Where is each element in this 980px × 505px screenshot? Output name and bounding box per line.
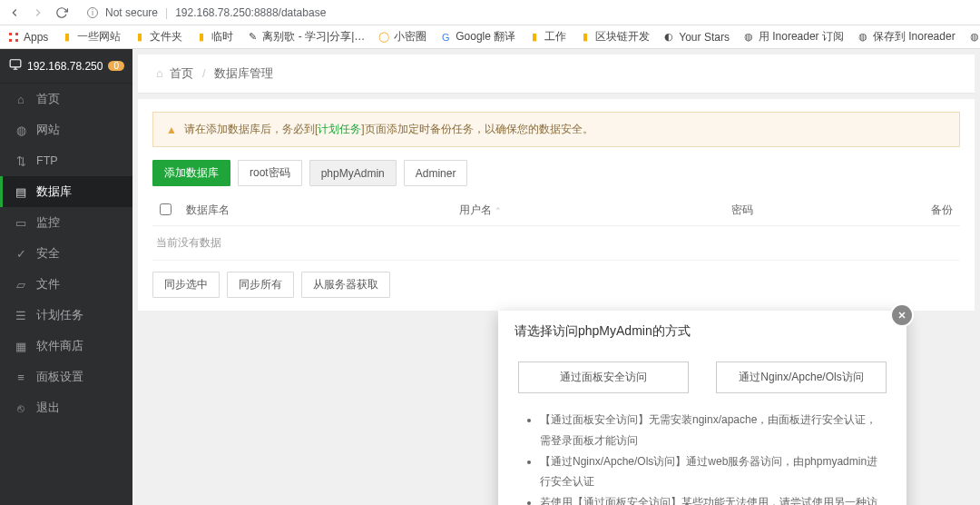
sidebar-item-label: 软件商店	[36, 339, 83, 354]
modal-tip: 【通过面板安全访问】无需安装nginx/apache，由面板进行安全认证，需登录…	[540, 410, 887, 451]
bookmark-item[interactable]: ▮工作	[528, 29, 566, 45]
sidebar-item-home[interactable]: ⌂首页	[0, 84, 132, 114]
nav-forward-icon[interactable]	[31, 5, 45, 20]
bookmark-label: 工作	[544, 29, 566, 45]
url-text[interactable]: 192.168.78.250:8888/database	[175, 6, 326, 19]
warning-icon: ▲	[166, 124, 177, 136]
exit-icon: ⎋	[15, 401, 27, 414]
phpmyadmin-button[interactable]: phpMyAdmin	[309, 160, 397, 186]
modal-title: 请选择访问phpMyAdmin的方式	[498, 311, 906, 352]
ftp-icon: ⇅	[15, 154, 27, 167]
modal-close-button[interactable]	[890, 303, 914, 327]
nav-back-icon[interactable]	[7, 5, 22, 20]
select-all-checkbox[interactable]	[160, 203, 172, 215]
toolbar: 添加数据库 root密码 phpMyAdmin Adminer	[152, 160, 960, 186]
th-user[interactable]: 用户名	[452, 195, 724, 226]
apps-grid-icon	[7, 31, 20, 44]
bookmark-label: 区块链开发	[595, 29, 650, 45]
root-password-button[interactable]: root密码	[238, 160, 302, 186]
globe-icon: ◍	[15, 124, 27, 136]
sync-toolbar: 同步选中 同步所有 从服务器获取	[152, 272, 960, 298]
bookmark-item[interactable]: ◯小密圈	[377, 29, 426, 45]
settings-icon: ≡	[15, 371, 27, 383]
sidebar-item-label: 文件	[36, 277, 60, 292]
globe-icon: ◍	[968, 31, 980, 44]
add-database-button[interactable]: 添加数据库	[152, 160, 230, 186]
breadcrumb-separator: /	[202, 66, 206, 80]
appstore-icon: ▦	[15, 340, 27, 352]
alert-link[interactable]: 计划任务	[318, 123, 361, 135]
bookmark-item[interactable]: GGoogle 翻译	[439, 29, 515, 45]
sync-all-button[interactable]: 同步所有	[227, 272, 294, 298]
sync-selected-button[interactable]: 同步选中	[152, 272, 220, 298]
sidebar-item-store[interactable]: ▦软件商店	[0, 331, 132, 361]
sidebar-item-settings[interactable]: ≡面板设置	[0, 361, 132, 392]
svg-rect-0	[10, 60, 21, 67]
modal-tip: 【通过Nginx/Apche/Ols访问】通过web服务器访问，由phpmyad…	[540, 451, 887, 493]
modal-tips: 【通过面板安全访问】无需安装nginx/apache，由面板进行安全认证，需登录…	[518, 410, 887, 505]
bookmark-item[interactable]: ◍用 Inoreader 订阅	[742, 29, 844, 45]
sidebar-item-label: FTP	[36, 154, 58, 167]
sidebar-item-label: 监控	[36, 215, 60, 231]
folder-icon: ▮	[579, 31, 592, 44]
github-icon: ◐	[662, 31, 675, 44]
sidebar-item-security[interactable]: ✓安全	[0, 238, 132, 269]
access-via-nginx-button[interactable]: 通过Nginx/Apche/Ols访问	[716, 361, 887, 393]
database-panel: ▲ 请在添加数据库后，务必到[计划任务]页面添加定时备份任务，以确保您的数据安全…	[138, 99, 975, 311]
bookmarks-bar: Apps ▮一些网站 ▮文件夹 ▮临时 ✎离别歌 - 学习|分享|… ◯小密圈 …	[0, 25, 980, 49]
sidebar-item-files[interactable]: ▱文件	[0, 269, 132, 300]
circle-icon: ◯	[377, 31, 390, 44]
database-table: 数据库名 用户名 密码 备份	[152, 195, 960, 226]
sidebar-item-label: 计划任务	[36, 308, 83, 323]
th-pwd[interactable]: 密码	[724, 195, 887, 226]
sidebar-item-database[interactable]: ▤数据库	[0, 176, 132, 207]
bookmark-label: 一些网站	[77, 29, 121, 45]
th-backup[interactable]: 备份	[887, 195, 960, 226]
schedule-icon: ☰	[15, 309, 27, 322]
fetch-from-server-button[interactable]: 从服务器获取	[301, 272, 390, 298]
sidebar-item-logout[interactable]: ⎋退出	[0, 392, 132, 423]
sidebar-item-cron[interactable]: ☰计划任务	[0, 300, 132, 331]
site-info-icon[interactable]: i	[87, 7, 98, 18]
bookmark-item[interactable]: ◐Your Stars	[662, 31, 730, 44]
reload-icon[interactable]	[54, 5, 69, 20]
globe-icon: ◍	[742, 31, 755, 44]
adminer-button[interactable]: Adminer	[404, 160, 468, 186]
bookmark-item[interactable]: ▮区块链开发	[579, 29, 650, 45]
folder-icon: ▮	[133, 31, 146, 44]
breadcrumb-current: 数据库管理	[214, 66, 273, 80]
bookmark-label: Apps	[24, 31, 48, 44]
browser-toolbar: i Not secure | 192.168.78.250:8888/datab…	[0, 0, 980, 25]
folder-icon: ▮	[528, 31, 541, 44]
sidebar: 192.168.78.250 0 ⌂首页 ◍网站 ⇅FTP ▤数据库 ▭监控 ✓…	[0, 49, 132, 505]
sidebar-item-label: 首页	[36, 92, 60, 107]
shield-icon: ✓	[15, 247, 27, 260]
bookmark-label: Your Stars	[679, 31, 730, 44]
sidebar-item-ftp[interactable]: ⇅FTP	[0, 145, 132, 176]
bookmark-item[interactable]: ✎离别歌 - 学习|分享|…	[246, 29, 365, 45]
sidebar-item-label: 网站	[36, 123, 60, 138]
bookmark-label: 保存到 Inoreader	[873, 29, 956, 45]
security-status: Not secure	[105, 6, 158, 19]
bookmark-item[interactable]: ◍增加到Sec-News	[968, 29, 980, 45]
bookmark-label: 用 Inoreader 订阅	[759, 29, 844, 45]
access-via-panel-button[interactable]: 通过面板安全访问	[518, 361, 689, 393]
breadcrumb-home[interactable]: 首页	[170, 66, 193, 80]
bookmark-item[interactable]: ▮文件夹	[133, 29, 182, 45]
alert-text: 请在添加数据库后，务必到[	[184, 123, 318, 135]
folder-icon: ▱	[15, 278, 27, 291]
sidebar-item-monitor[interactable]: ▭监控	[0, 207, 132, 238]
sidebar-item-label: 安全	[36, 246, 60, 262]
home-icon: ⌂	[15, 93, 27, 105]
th-name[interactable]: 数据库名	[179, 195, 452, 226]
bookmark-item[interactable]: ▮一些网站	[61, 29, 121, 45]
sidebar-item-site[interactable]: ◍网站	[0, 114, 132, 145]
monitor-icon: ▭	[15, 216, 27, 229]
bookmark-item[interactable]: ◍保存到 Inoreader	[857, 29, 956, 45]
bookmark-apps[interactable]: Apps	[7, 31, 48, 44]
notification-badge[interactable]: 0	[108, 61, 124, 71]
sidebar-item-label: 数据库	[36, 184, 72, 200]
host-ip: 192.168.78.250	[27, 60, 103, 73]
folder-icon: ▮	[195, 31, 208, 44]
bookmark-item[interactable]: ▮临时	[195, 29, 233, 45]
